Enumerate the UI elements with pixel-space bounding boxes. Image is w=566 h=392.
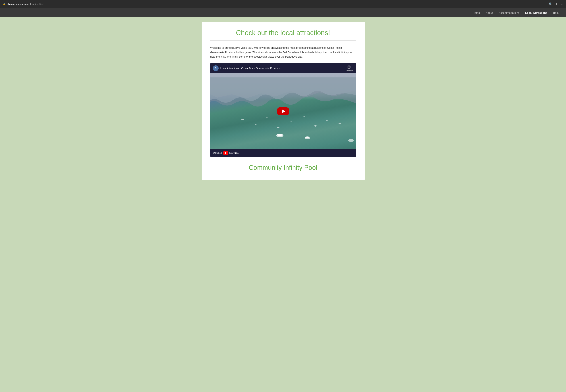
play-icon <box>282 109 285 113</box>
section-title: Community Infinity Pool <box>210 164 356 171</box>
lock-icon: 🔒 <box>3 3 5 5</box>
play-button[interactable] <box>277 107 289 115</box>
video-footer: Watch on YouTube <box>210 149 356 157</box>
url-bar: 🔒 villastucanrental.com /location.html <box>3 3 43 5</box>
svg-point-6 <box>290 121 292 122</box>
youtube-label: YouTube <box>229 152 239 154</box>
browser-actions: 🔍 ⬆ ☆ <box>549 2 563 6</box>
content-card: Check out the local attractions! Welcome… <box>202 22 365 180</box>
nav-local-attractions[interactable]: Local Attractions <box>525 11 547 14</box>
svg-point-2 <box>241 119 244 120</box>
video-header: S Local Attractions - Costa Rica - Guana… <box>210 63 356 73</box>
svg-point-4 <box>266 117 268 118</box>
svg-point-14 <box>305 136 309 138</box>
url-domain: villastucanrental.com <box>7 3 28 5</box>
divider <box>210 40 356 41</box>
navbar: Home About Accommodations Local Attracti… <box>0 8 566 17</box>
nav-about[interactable]: About <box>486 11 493 14</box>
copy-link-button[interactable]: Copy link <box>345 65 353 71</box>
svg-point-15 <box>348 139 354 142</box>
youtube-logo[interactable]: YouTube <box>223 151 239 155</box>
svg-point-10 <box>339 123 341 124</box>
svg-point-5 <box>277 127 279 128</box>
video-title: Local Attractions - Costa Rica - Guanaca… <box>220 67 343 70</box>
svg-rect-1 <box>348 66 350 69</box>
svg-point-9 <box>326 120 328 121</box>
bookmark-icon[interactable]: ☆ <box>561 2 563 6</box>
nav-book[interactable]: Boo... <box>553 11 560 14</box>
video-container: S Local Attractions - Costa Rica - Guana… <box>210 63 356 157</box>
svg-point-3 <box>255 124 256 125</box>
video-avatar: S <box>213 65 219 71</box>
youtube-icon <box>223 151 228 155</box>
nav-accommodations[interactable]: Accommodations <box>499 11 520 14</box>
search-icon[interactable]: 🔍 <box>549 2 552 6</box>
svg-point-7 <box>303 116 305 116</box>
nav-home[interactable]: Home <box>473 11 480 14</box>
video-thumbnail[interactable] <box>210 73 356 149</box>
intro-text: Welcome to our exclusive video tour, whe… <box>210 46 356 59</box>
watch-on-label: Watch on <box>213 152 222 154</box>
page-title: Check out the local attractions! <box>210 29 356 37</box>
svg-point-12 <box>277 134 283 136</box>
share-icon[interactable]: ⬆ <box>555 2 558 6</box>
page-wrapper: Check out the local attractions! Welcome… <box>0 17 566 187</box>
url-path: /location.html <box>29 3 43 5</box>
browser-chrome: 🔒 villastucanrental.com /location.html 🔍… <box>0 0 566 8</box>
svg-point-8 <box>314 125 317 126</box>
